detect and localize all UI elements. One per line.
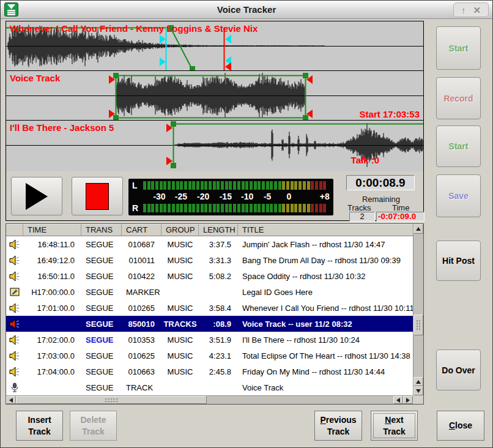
start-button-2[interactable]: Start <box>436 125 481 167</box>
transport-panel: L R -30-25-20-15-10-50+8 0:00:08.9 Remai… <box>6 171 424 221</box>
start-marker-handle[interactable] <box>166 157 172 165</box>
next-track-button[interactable]: Next Track <box>371 411 418 441</box>
log-cell: 010011 <box>122 256 161 265</box>
track-voice-track[interactable]: Voice Track Start 17:03:53 <box>6 71 423 121</box>
log-cell: Voice Track <box>238 383 413 392</box>
scroll-left-button-2[interactable] <box>393 396 403 404</box>
end-marker-handle[interactable] <box>225 62 231 71</box>
log-cell: MUSIC <box>161 367 199 376</box>
log-cell: 010422 <box>122 272 161 281</box>
segue-marker-handle[interactable] <box>225 35 231 43</box>
waveform-track3 <box>174 123 423 167</box>
log-cell: H17:00:00.0 <box>23 288 81 297</box>
log-cell: TRACKS <box>161 319 199 329</box>
vertical-scroll-thumb[interactable] <box>413 315 423 335</box>
scroll-left-button[interactable] <box>6 396 16 404</box>
log-row[interactable]: 16:50:11.0SEGUE010422MUSIC5:08.2Space Od… <box>6 268 413 284</box>
meter-scale-tick: -20 <box>197 192 209 201</box>
log-cell: Friday On My Mind -- rdhost 11/30 14:44 <box>238 367 413 376</box>
note-icon <box>6 287 23 297</box>
log-cell: Whenever I Call You Friend -- rdhost 11/… <box>238 304 413 313</box>
scroll-right-button[interactable] <box>403 396 413 404</box>
log-cell: SEGUE <box>81 335 122 345</box>
start-marker-handle[interactable] <box>109 110 115 118</box>
titlebar-controls: ↑ ✕ <box>453 2 489 17</box>
close-icon[interactable]: ✕ <box>473 6 481 15</box>
log-row[interactable]: 17:01:00.0SEGUE010265MUSIC3:58.4Whenever… <box>6 300 413 316</box>
column-header-time[interactable]: TIME <box>23 224 81 236</box>
hit-post-button[interactable]: Hit Post <box>436 241 481 281</box>
meter-scale-tick: -15 <box>220 192 232 201</box>
talk-marker-handle[interactable] <box>160 58 166 66</box>
scroll-up-button[interactable] <box>413 224 423 234</box>
do-over-button[interactable]: Do Over <box>436 349 481 390</box>
meter-scale-tick: -25 <box>175 192 187 201</box>
column-header-length[interactable]: LENGTH <box>199 224 238 236</box>
scroll-down-button[interactable] <box>413 386 423 395</box>
meter-scale-tick: -30 <box>153 192 165 201</box>
log-row[interactable]: SEGUETRACKVoice Track <box>6 379 413 395</box>
insert-track-button[interactable]: Insert Track <box>16 411 63 441</box>
log-header: TIMETRANSCARTGROUPLENGTHTITLE <box>6 224 423 236</box>
start-button-1[interactable]: Start <box>436 26 481 70</box>
vertical-scrollbar[interactable] <box>413 224 423 395</box>
log-row[interactable]: 16:49:12.0SEGUE010011MUSIC3:31.3Bang The… <box>6 252 413 268</box>
track-next-song[interactable]: I'll Be There - Jackson 5 Talk :0 <box>6 121 423 170</box>
log-cell: Jumpin' Jack Flash -- rdhost 11/30 14:47 <box>238 240 413 249</box>
log-cell: 16:49:12.0 <box>23 256 81 265</box>
previous-track-button[interactable]: Previous Track <box>314 411 362 441</box>
log-cell: 16:50:11.0 <box>23 272 81 281</box>
log-cell: Bang The Drum All Day -- rdhost 11/30 09… <box>238 256 413 265</box>
log-cell: MUSIC <box>161 272 199 281</box>
log-cell: 3:51.9 <box>199 335 238 345</box>
meter-left-segments <box>143 181 330 190</box>
log-cell: MUSIC <box>161 351 199 360</box>
track2-title: Voice Track <box>10 73 60 83</box>
log-row[interactable]: 16:48:11.0SEGUE010687MUSIC3:37.5Jumpin' … <box>6 236 413 252</box>
log-body: 16:48:11.0SEGUE010687MUSIC3:37.5Jumpin' … <box>6 236 413 395</box>
scrollbar-corner <box>413 395 423 404</box>
titlebar[interactable]: Voice Tracker ↑ ✕ <box>1 1 492 19</box>
column-header-icon[interactable] <box>6 224 23 236</box>
track-previous-song[interactable]: Whenever I Call You Friend - Kenny Loggi… <box>6 21 423 71</box>
record-button[interactable]: Record <box>436 77 481 119</box>
log-row[interactable]: 17:02:00.0SEGUE010353MUSIC3:51.9I'll Be … <box>6 332 413 348</box>
start-marker-handle[interactable] <box>109 75 115 84</box>
log-row[interactable]: SEGUE850010TRACKS:08.9Voice Track -- use… <box>6 316 413 332</box>
meter-left-label: L <box>132 181 138 190</box>
horizontal-scrollbar[interactable] <box>6 395 413 404</box>
horizontal-scroll-thumb[interactable] <box>16 396 207 404</box>
stop-icon <box>86 183 109 210</box>
log-row[interactable]: 17:03:00.0SEGUE010625MUSIC4:23.1Total Ec… <box>6 348 413 364</box>
column-header-group[interactable]: GROUP <box>161 224 199 236</box>
speaker-icon <box>6 255 23 266</box>
log-row[interactable]: H17:00:00.0SEGUEMARKERLegal ID Goes Here <box>6 284 413 300</box>
delete-track-button[interactable]: Delete Track <box>70 411 117 441</box>
log-cell: 3:37.5 <box>199 240 238 249</box>
close-button[interactable]: Close <box>437 411 484 441</box>
stop-button[interactable] <box>72 177 123 215</box>
column-header-title[interactable]: TITLE <box>238 224 423 236</box>
log-cell: 010353 <box>122 335 161 345</box>
save-button[interactable]: Save <box>436 174 481 217</box>
play-button[interactable] <box>11 177 62 215</box>
speaker-icon <box>6 335 23 345</box>
talk-marker-handle[interactable] <box>160 35 166 43</box>
vu-meter: L R -30-25-20-15-10-50+8 <box>128 179 333 215</box>
shade-icon[interactable]: ↑ <box>461 6 466 15</box>
log-cell: SEGUE <box>81 240 122 249</box>
meter-right-label: R <box>132 203 138 213</box>
log-row[interactable]: 17:04:00.0SEGUE010663MUSIC2:45.8Friday O… <box>6 364 413 379</box>
meter-scale-tick: -10 <box>241 192 253 201</box>
meter-scale: -30-25-20-15-10-50+8 <box>143 192 330 201</box>
end-marker-handle[interactable] <box>306 110 313 118</box>
scroll-up-button-2[interactable] <box>413 377 423 386</box>
column-header-cart[interactable]: CART <box>122 224 161 236</box>
log-cell: 010663 <box>122 367 161 376</box>
column-header-trans[interactable]: TRANS <box>81 224 122 236</box>
log-cell: SEGUE <box>81 288 122 297</box>
speaker-red-icon <box>6 319 23 329</box>
fade-handle[interactable] <box>190 66 195 71</box>
start-marker-handle[interactable] <box>166 124 172 132</box>
end-marker-handle[interactable] <box>306 75 313 84</box>
